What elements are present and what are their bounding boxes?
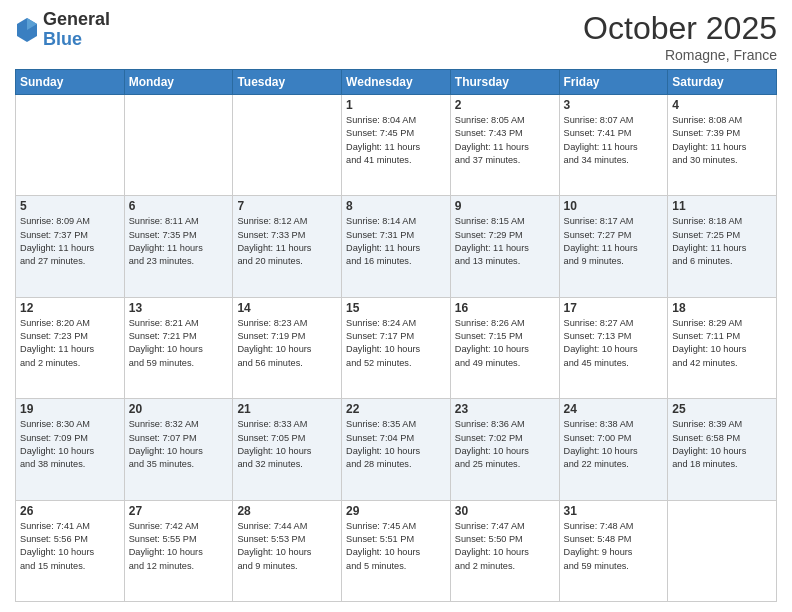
day-cell: 25Sunrise: 8:39 AM Sunset: 6:58 PM Dayli…	[668, 399, 777, 500]
col-friday: Friday	[559, 70, 668, 95]
day-number: 28	[237, 504, 337, 518]
day-cell: 28Sunrise: 7:44 AM Sunset: 5:53 PM Dayli…	[233, 500, 342, 601]
day-info: Sunrise: 8:29 AM Sunset: 7:11 PM Dayligh…	[672, 317, 772, 370]
day-number: 16	[455, 301, 555, 315]
day-info: Sunrise: 8:33 AM Sunset: 7:05 PM Dayligh…	[237, 418, 337, 471]
day-info: Sunrise: 8:27 AM Sunset: 7:13 PM Dayligh…	[564, 317, 664, 370]
day-number: 18	[672, 301, 772, 315]
day-cell: 29Sunrise: 7:45 AM Sunset: 5:51 PM Dayli…	[342, 500, 451, 601]
day-number: 21	[237, 402, 337, 416]
week-row-1: 1Sunrise: 8:04 AM Sunset: 7:45 PM Daylig…	[16, 95, 777, 196]
day-cell: 21Sunrise: 8:33 AM Sunset: 7:05 PM Dayli…	[233, 399, 342, 500]
day-info: Sunrise: 8:14 AM Sunset: 7:31 PM Dayligh…	[346, 215, 446, 268]
day-number: 12	[20, 301, 120, 315]
day-number: 17	[564, 301, 664, 315]
day-info: Sunrise: 8:26 AM Sunset: 7:15 PM Dayligh…	[455, 317, 555, 370]
day-cell	[668, 500, 777, 601]
day-info: Sunrise: 8:20 AM Sunset: 7:23 PM Dayligh…	[20, 317, 120, 370]
day-number: 23	[455, 402, 555, 416]
col-thursday: Thursday	[450, 70, 559, 95]
day-info: Sunrise: 8:36 AM Sunset: 7:02 PM Dayligh…	[455, 418, 555, 471]
day-info: Sunrise: 8:35 AM Sunset: 7:04 PM Dayligh…	[346, 418, 446, 471]
day-info: Sunrise: 8:15 AM Sunset: 7:29 PM Dayligh…	[455, 215, 555, 268]
day-number: 13	[129, 301, 229, 315]
day-info: Sunrise: 8:04 AM Sunset: 7:45 PM Dayligh…	[346, 114, 446, 167]
day-cell: 11Sunrise: 8:18 AM Sunset: 7:25 PM Dayli…	[668, 196, 777, 297]
day-number: 30	[455, 504, 555, 518]
day-cell: 9Sunrise: 8:15 AM Sunset: 7:29 PM Daylig…	[450, 196, 559, 297]
day-info: Sunrise: 7:48 AM Sunset: 5:48 PM Dayligh…	[564, 520, 664, 573]
calendar-header-row: Sunday Monday Tuesday Wednesday Thursday…	[16, 70, 777, 95]
day-cell: 20Sunrise: 8:32 AM Sunset: 7:07 PM Dayli…	[124, 399, 233, 500]
day-cell: 23Sunrise: 8:36 AM Sunset: 7:02 PM Dayli…	[450, 399, 559, 500]
day-cell: 27Sunrise: 7:42 AM Sunset: 5:55 PM Dayli…	[124, 500, 233, 601]
day-number: 20	[129, 402, 229, 416]
day-number: 7	[237, 199, 337, 213]
day-cell: 22Sunrise: 8:35 AM Sunset: 7:04 PM Dayli…	[342, 399, 451, 500]
day-cell: 12Sunrise: 8:20 AM Sunset: 7:23 PM Dayli…	[16, 297, 125, 398]
day-cell: 16Sunrise: 8:26 AM Sunset: 7:15 PM Dayli…	[450, 297, 559, 398]
day-number: 11	[672, 199, 772, 213]
day-info: Sunrise: 8:23 AM Sunset: 7:19 PM Dayligh…	[237, 317, 337, 370]
day-cell	[124, 95, 233, 196]
day-cell: 1Sunrise: 8:04 AM Sunset: 7:45 PM Daylig…	[342, 95, 451, 196]
month-title: October 2025	[583, 10, 777, 47]
day-number: 14	[237, 301, 337, 315]
day-cell: 13Sunrise: 8:21 AM Sunset: 7:21 PM Dayli…	[124, 297, 233, 398]
day-cell: 4Sunrise: 8:08 AM Sunset: 7:39 PM Daylig…	[668, 95, 777, 196]
calendar-table: Sunday Monday Tuesday Wednesday Thursday…	[15, 69, 777, 602]
day-number: 22	[346, 402, 446, 416]
day-cell: 14Sunrise: 8:23 AM Sunset: 7:19 PM Dayli…	[233, 297, 342, 398]
day-number: 29	[346, 504, 446, 518]
col-wednesday: Wednesday	[342, 70, 451, 95]
day-info: Sunrise: 8:07 AM Sunset: 7:41 PM Dayligh…	[564, 114, 664, 167]
week-row-5: 26Sunrise: 7:41 AM Sunset: 5:56 PM Dayli…	[16, 500, 777, 601]
day-number: 31	[564, 504, 664, 518]
day-info: Sunrise: 8:24 AM Sunset: 7:17 PM Dayligh…	[346, 317, 446, 370]
day-info: Sunrise: 8:12 AM Sunset: 7:33 PM Dayligh…	[237, 215, 337, 268]
day-info: Sunrise: 8:08 AM Sunset: 7:39 PM Dayligh…	[672, 114, 772, 167]
day-cell: 8Sunrise: 8:14 AM Sunset: 7:31 PM Daylig…	[342, 196, 451, 297]
header: General Blue October 2025 Romagne, Franc…	[15, 10, 777, 63]
day-cell: 18Sunrise: 8:29 AM Sunset: 7:11 PM Dayli…	[668, 297, 777, 398]
page: General Blue October 2025 Romagne, Franc…	[0, 0, 792, 612]
day-cell: 24Sunrise: 8:38 AM Sunset: 7:00 PM Dayli…	[559, 399, 668, 500]
day-cell: 7Sunrise: 8:12 AM Sunset: 7:33 PM Daylig…	[233, 196, 342, 297]
day-info: Sunrise: 8:11 AM Sunset: 7:35 PM Dayligh…	[129, 215, 229, 268]
day-info: Sunrise: 8:05 AM Sunset: 7:43 PM Dayligh…	[455, 114, 555, 167]
day-info: Sunrise: 8:30 AM Sunset: 7:09 PM Dayligh…	[20, 418, 120, 471]
day-cell	[16, 95, 125, 196]
day-cell: 5Sunrise: 8:09 AM Sunset: 7:37 PM Daylig…	[16, 196, 125, 297]
day-cell: 10Sunrise: 8:17 AM Sunset: 7:27 PM Dayli…	[559, 196, 668, 297]
day-number: 19	[20, 402, 120, 416]
day-number: 26	[20, 504, 120, 518]
col-sunday: Sunday	[16, 70, 125, 95]
day-info: Sunrise: 8:38 AM Sunset: 7:00 PM Dayligh…	[564, 418, 664, 471]
day-cell: 19Sunrise: 8:30 AM Sunset: 7:09 PM Dayli…	[16, 399, 125, 500]
week-row-2: 5Sunrise: 8:09 AM Sunset: 7:37 PM Daylig…	[16, 196, 777, 297]
day-info: Sunrise: 7:45 AM Sunset: 5:51 PM Dayligh…	[346, 520, 446, 573]
day-number: 25	[672, 402, 772, 416]
week-row-4: 19Sunrise: 8:30 AM Sunset: 7:09 PM Dayli…	[16, 399, 777, 500]
logo: General Blue	[15, 10, 110, 50]
day-number: 2	[455, 98, 555, 112]
day-number: 27	[129, 504, 229, 518]
day-number: 6	[129, 199, 229, 213]
logo-general-text: General	[43, 10, 110, 30]
day-number: 15	[346, 301, 446, 315]
week-row-3: 12Sunrise: 8:20 AM Sunset: 7:23 PM Dayli…	[16, 297, 777, 398]
day-number: 4	[672, 98, 772, 112]
day-number: 5	[20, 199, 120, 213]
day-cell: 3Sunrise: 8:07 AM Sunset: 7:41 PM Daylig…	[559, 95, 668, 196]
day-info: Sunrise: 8:09 AM Sunset: 7:37 PM Dayligh…	[20, 215, 120, 268]
col-tuesday: Tuesday	[233, 70, 342, 95]
day-number: 1	[346, 98, 446, 112]
col-monday: Monday	[124, 70, 233, 95]
day-cell: 2Sunrise: 8:05 AM Sunset: 7:43 PM Daylig…	[450, 95, 559, 196]
logo-text: General Blue	[43, 10, 110, 50]
day-cell: 15Sunrise: 8:24 AM Sunset: 7:17 PM Dayli…	[342, 297, 451, 398]
day-number: 3	[564, 98, 664, 112]
day-info: Sunrise: 8:17 AM Sunset: 7:27 PM Dayligh…	[564, 215, 664, 268]
day-cell: 6Sunrise: 8:11 AM Sunset: 7:35 PM Daylig…	[124, 196, 233, 297]
location-subtitle: Romagne, France	[583, 47, 777, 63]
